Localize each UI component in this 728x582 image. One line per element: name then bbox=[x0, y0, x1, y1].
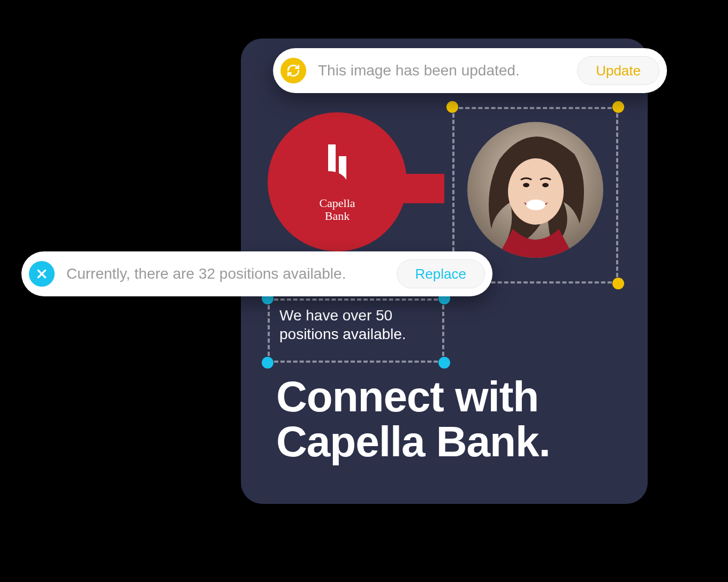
text-selection-frame[interactable]: We have over 50 positions available. bbox=[268, 298, 444, 363]
resize-handle-bottom-left[interactable] bbox=[262, 357, 274, 369]
update-notification-pill: This image has been updated. Update bbox=[273, 48, 667, 93]
logo-name-line1: Capella bbox=[319, 196, 355, 210]
resize-handle-top-right[interactable] bbox=[612, 101, 624, 113]
replace-notification-pill: Currently, there are 32 positions availa… bbox=[21, 251, 492, 296]
replace-button[interactable]: Replace bbox=[397, 259, 485, 288]
avatar-photo[interactable] bbox=[467, 122, 603, 258]
replace-message: Currently, there are 32 positions availa… bbox=[66, 265, 385, 282]
logo-text: Capella Bank bbox=[305, 197, 369, 223]
resize-handle-bottom-right[interactable] bbox=[438, 357, 450, 369]
svg-point-4 bbox=[526, 200, 545, 210]
refresh-icon bbox=[280, 58, 306, 83]
update-button[interactable]: Update bbox=[577, 56, 659, 85]
resize-handle-bottom-right[interactable] bbox=[612, 278, 624, 289]
canvas-headline: Connect with Capella Bank. bbox=[276, 374, 635, 464]
logo-name-line2: Bank bbox=[325, 209, 350, 223]
close-icon bbox=[29, 261, 55, 287]
svg-point-3 bbox=[508, 158, 564, 225]
capella-logo-mark bbox=[318, 144, 356, 193]
canvas-subtext[interactable]: We have over 50 positions available. bbox=[279, 306, 435, 343]
resize-handle-top-left[interactable] bbox=[446, 101, 458, 113]
logo-stem bbox=[396, 174, 444, 203]
svg-point-6 bbox=[542, 183, 549, 187]
svg-point-5 bbox=[523, 183, 529, 187]
update-message: This image has been updated. bbox=[318, 62, 565, 79]
